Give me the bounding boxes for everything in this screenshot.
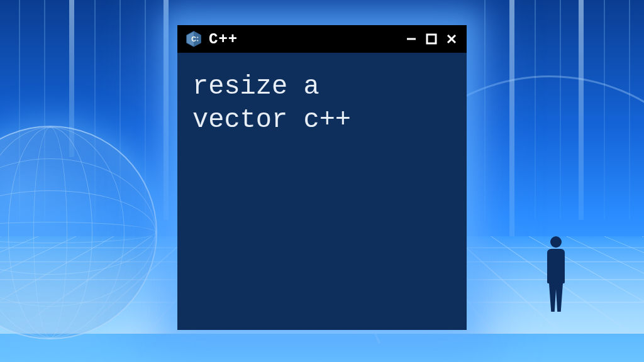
app-title: C++ [209, 31, 238, 48]
maximize-button[interactable] [424, 31, 439, 47]
titlebar[interactable]: C + + C++ [177, 25, 467, 53]
close-button[interactable] [444, 31, 459, 47]
cpp-logo-icon: C + + [185, 30, 203, 48]
terminal-window: C + + C++ resize a vector c++ [177, 25, 467, 330]
svg-rect-6 [427, 35, 436, 43]
terminal-content: resize a vector c++ [177, 53, 467, 330]
svg-text:+: + [197, 39, 199, 43]
person-silhouette [543, 236, 569, 312]
minimize-button[interactable] [404, 31, 419, 47]
content-text: resize a vector c++ [192, 70, 452, 136]
window-controls [404, 31, 459, 47]
svg-text:C: C [191, 35, 196, 43]
